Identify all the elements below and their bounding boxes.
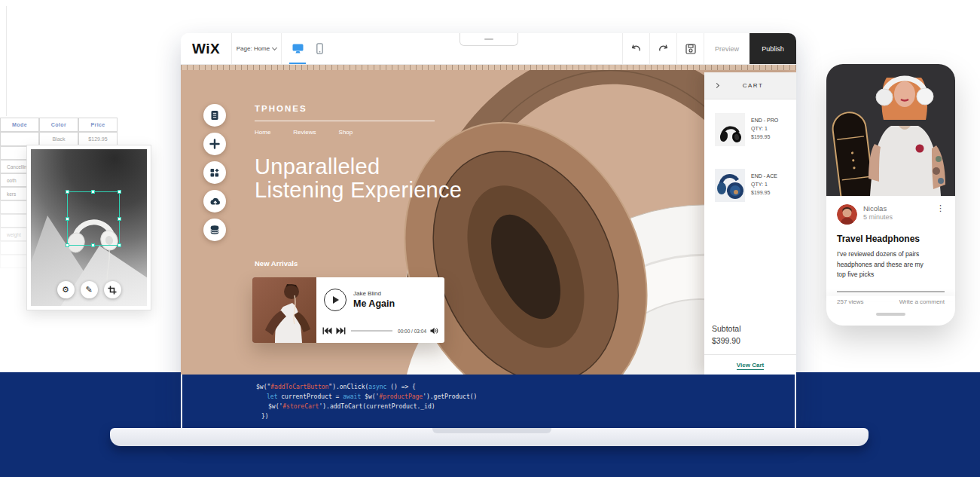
- selection-handle[interactable]: [66, 217, 69, 221]
- spreadsheet-panel: ModeColorPrice Black$129.95: [0, 118, 118, 146]
- site-logo[interactable]: TPHONES: [255, 104, 307, 113]
- selection-handle[interactable]: [118, 190, 121, 194]
- wix-logo: WiX: [181, 33, 231, 64]
- volume-icon[interactable]: [430, 327, 438, 335]
- subtotal-value: $399.90: [712, 335, 741, 347]
- editor-sidebar: [203, 104, 226, 241]
- page-selector[interactable]: Page: Home: [232, 33, 281, 64]
- velo-code-panel: $w("#addToCartButton").onClick(async () …: [181, 375, 796, 428]
- cart-item-info: END - ACEQTY: 1$199.95: [751, 169, 777, 205]
- header-underline: [255, 121, 435, 121]
- add-apps-button[interactable]: [203, 161, 226, 184]
- cart-item-qty: QTY: 1: [751, 124, 778, 133]
- pages-button[interactable]: [203, 104, 226, 127]
- sheet-header-cell: Color: [39, 118, 78, 132]
- reviewer-photo: [826, 64, 955, 196]
- selection-handle[interactable]: [66, 190, 69, 194]
- reviewer-name: Nicolas: [863, 204, 936, 213]
- save-icon: [685, 44, 696, 54]
- cart-header: CART: [704, 72, 796, 99]
- add-icon: [209, 139, 220, 149]
- gear-icon: ⚙: [62, 285, 69, 295]
- publish-button[interactable]: Publish: [750, 33, 796, 64]
- cart-items: END - PROQTY: 1$199.95END - ACEQTY: 1$19…: [704, 113, 796, 225]
- sheet-header-cell: Mode: [0, 118, 39, 132]
- selection-handle[interactable]: [118, 243, 121, 247]
- cart-item-price: $199.95: [751, 133, 778, 141]
- code-token: () => {: [386, 384, 416, 390]
- cart-title: CART: [719, 82, 787, 89]
- preview-button[interactable]: Preview: [704, 33, 750, 64]
- settings-button[interactable]: ⚙: [57, 281, 75, 298]
- reviewer-info: Nicolas 5 minutes: [863, 204, 936, 221]
- nav-item-reviews[interactable]: Reviews: [293, 129, 316, 136]
- add-element-button[interactable]: [203, 133, 226, 155]
- selection-handle[interactable]: [118, 217, 121, 221]
- card-bottom-shadow: [826, 296, 955, 301]
- code-token: currentProduct =: [277, 393, 343, 400]
- code-token: ").onClick(: [328, 384, 368, 390]
- selection-box[interactable]: [67, 191, 120, 246]
- view-cart-link[interactable]: View Cart: [704, 362, 796, 368]
- nav-item-home[interactable]: Home: [255, 129, 270, 136]
- runner-photo: [252, 277, 316, 343]
- image-editor-card: ⚙ ✎: [26, 145, 151, 310]
- review-card: Nicolas 5 minutes ⋮ Travel Headphones I'…: [837, 204, 945, 305]
- play-icon: [333, 296, 339, 304]
- pencil-icon: ✎: [85, 285, 92, 295]
- cms-button[interactable]: [203, 219, 226, 241]
- site-nav: HomeReviewsShop: [255, 129, 353, 136]
- selection-handle[interactable]: [66, 243, 69, 247]
- tab-dash: [484, 38, 493, 40]
- previous-track-icon[interactable]: [322, 327, 332, 335]
- crop-button[interactable]: [104, 281, 121, 298]
- cart-divider: [704, 354, 796, 355]
- code-token: #storeCart: [282, 403, 319, 410]
- track-title: Me Again: [353, 298, 395, 309]
- desktop-icon[interactable]: [292, 43, 304, 54]
- code-token: #productPage: [379, 393, 423, 400]
- cart-item-row: END - ACEQTY: 1$199.95: [715, 169, 796, 205]
- undo-icon: [630, 44, 642, 54]
- code-line: $w("#addToCartButton").onClick(async () …: [256, 382, 477, 392]
- review-divider: [837, 291, 945, 292]
- edit-button[interactable]: ✎: [81, 281, 98, 298]
- cms-icon: [209, 225, 220, 235]
- player-controls: 00:00 / 03:04: [322, 327, 438, 335]
- pages-icon: [209, 110, 220, 121]
- save-button[interactable]: [677, 33, 704, 64]
- sheet-header-cell: Price: [78, 118, 118, 132]
- undo-button[interactable]: [623, 33, 649, 64]
- cart-item-info: END - PROQTY: 1$199.95: [751, 113, 778, 149]
- section-label: New Arrivals: [255, 259, 298, 268]
- active-device-underline: [289, 63, 306, 64]
- sheet-edge-line: [6, 6, 7, 116]
- mobile-icon[interactable]: [316, 43, 323, 54]
- redo-button[interactable]: [650, 33, 676, 64]
- code-token: $w(': [361, 393, 379, 400]
- spreadsheet-header-row: ModeColorPrice: [0, 118, 118, 132]
- home-indicator: [876, 313, 905, 316]
- music-player-card: Jake Blind Me Again 00:00 / 03:04: [252, 277, 444, 343]
- selection-handle[interactable]: [91, 243, 95, 247]
- grayscale-photo: ⚙ ✎: [31, 149, 147, 306]
- media-upload-button[interactable]: [203, 190, 226, 213]
- code-block: $w("#addToCartButton").onClick(async () …: [256, 382, 477, 421]
- nav-item-shop[interactable]: Shop: [339, 129, 353, 136]
- play-button[interactable]: [324, 289, 347, 311]
- code-token: $w(": [256, 384, 270, 390]
- track-artist: Jake Blind: [353, 290, 381, 297]
- crop-icon: [108, 286, 117, 295]
- cart-item-qty: QTY: 1: [751, 180, 777, 188]
- media-upload-icon: [209, 197, 221, 206]
- selection-handle[interactable]: [91, 190, 95, 194]
- blue-headphones-thumb: [715, 169, 745, 202]
- phone-mockup: Nicolas 5 minutes ⋮ Travel Headphones I'…: [826, 64, 955, 326]
- page-selector-label: Page: Home: [237, 45, 270, 52]
- progress-bar[interactable]: [351, 330, 392, 332]
- kebab-menu-icon[interactable]: ⋮: [936, 204, 945, 212]
- next-track-icon[interactable]: [336, 327, 346, 335]
- cart-item-name: END - PRO: [751, 116, 778, 124]
- code-token: #addToCartButton: [270, 384, 328, 390]
- code-line: $w('#storeCart').addToCart(currentProduc…: [256, 402, 477, 411]
